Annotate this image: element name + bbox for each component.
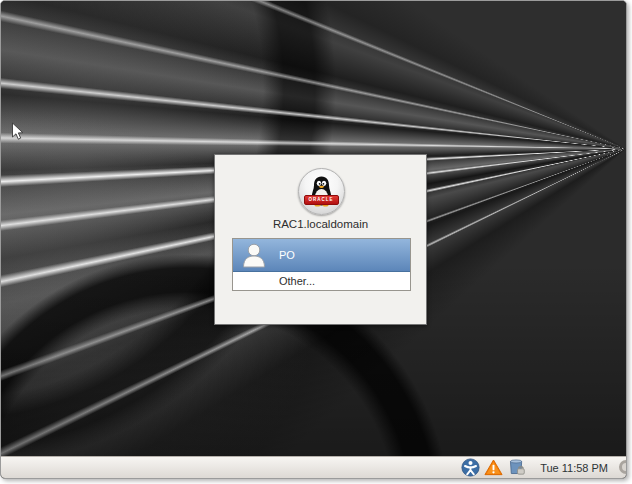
accessibility-icon[interactable]: [461, 458, 480, 477]
login-dialog: ORACLE RAC1.localdomain PO Other...: [214, 154, 427, 325]
user-row-other[interactable]: Other...: [233, 272, 410, 290]
shutdown-lock-icon[interactable]: [507, 458, 526, 477]
oracle-badge: ORACLE: [304, 195, 339, 205]
other-label: Other...: [279, 275, 315, 287]
user-label: PO: [279, 249, 295, 261]
user-row-po[interactable]: PO: [233, 239, 410, 272]
cutoff-edge-icon: [619, 460, 627, 474]
user-avatar-icon: [240, 241, 268, 269]
panel-clock: Tue 11:58 PM: [540, 462, 608, 474]
taskbar: Tue 11:58 PM: [1, 456, 626, 478]
tux-penguin-graphic: [299, 169, 344, 214]
arrow-cursor: [11, 122, 25, 142]
hostname-label: RAC1.localdomain: [215, 218, 426, 232]
warning-icon[interactable]: [484, 458, 503, 477]
tux-penguin-logo-icon: ORACLE: [298, 168, 345, 215]
user-list: PO Other...: [232, 238, 411, 291]
screenshot-frame: ORACLE RAC1.localdomain PO Other...: [0, 0, 627, 479]
desktop-background: ORACLE RAC1.localdomain PO Other...: [1, 1, 626, 478]
